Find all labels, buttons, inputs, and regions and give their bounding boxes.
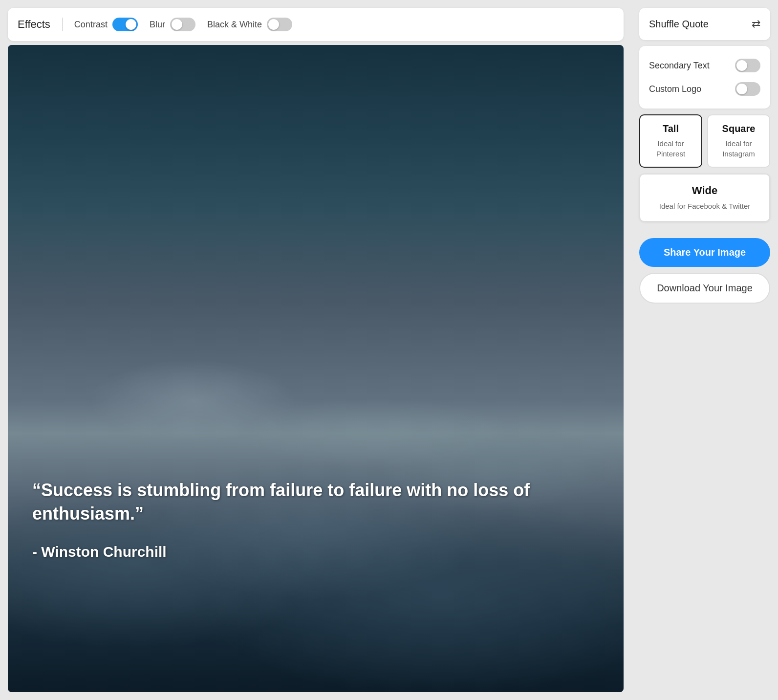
effects-label: Effects [18,18,50,31]
effects-bar: Effects Contrast Blur Black & White [8,8,624,41]
bw-group: Black & White [207,18,292,31]
author-text: - Winston Churchill [32,544,167,560]
contrast-toggle[interactable] [112,18,138,31]
bw-track [267,18,292,31]
custom-logo-label: Custom Logo [649,84,701,94]
contrast-label: Contrast [74,20,108,30]
blur-label: Blur [150,20,165,30]
secondary-text-track [735,59,760,72]
format-tall-title: Tall [645,123,696,134]
secondary-text-row: Secondary Text [649,56,760,75]
share-button[interactable]: Share Your Image [639,238,770,267]
bw-toggle[interactable] [267,18,292,31]
shuffle-card: Shuffle Quote ⇄ [639,8,770,40]
format-wide[interactable]: Wide Ideal for Facebook & Twitter [639,174,770,222]
contrast-thumb [126,19,136,30]
format-tall[interactable]: Tall Ideal for Pinterest [639,114,702,168]
secondary-text-toggle[interactable] [735,59,760,72]
custom-logo-toggle[interactable] [735,82,760,96]
shuffle-icon[interactable]: ⇄ [752,18,760,30]
custom-logo-thumb [736,84,747,94]
image-canvas: “Success is stumbling from failure to fa… [8,45,624,692]
format-square-title: Square [713,123,764,134]
options-card: Secondary Text Custom Logo [639,46,770,109]
contrast-group: Contrast [74,18,138,31]
format-square[interactable]: Square Ideal for Instagram [707,114,770,168]
format-wide-subtitle: Ideal for Facebook & Twitter [659,202,750,210]
custom-logo-row: Custom Logo [649,79,760,99]
secondary-text-thumb [736,60,747,71]
blur-track [170,18,195,31]
custom-logo-track [735,82,760,96]
bw-label: Black & White [207,20,262,30]
shuffle-row: Shuffle Quote ⇄ [649,18,760,30]
blur-thumb [172,19,182,30]
dark-overlay [8,45,624,692]
right-panel: Shuffle Quote ⇄ Secondary Text Custom Lo… [631,0,778,700]
blur-toggle[interactable] [170,18,195,31]
bw-thumb [268,19,279,30]
format-wide-title: Wide [645,184,764,197]
format-tall-subtitle: Ideal for Pinterest [656,139,685,158]
format-grid: Tall Ideal for Pinterest Square Ideal fo… [639,114,770,168]
effects-divider [62,18,63,31]
quote-text: “Success is stumbling from failure to fa… [32,479,599,526]
left-panel: Effects Contrast Blur Black & White [0,0,631,700]
secondary-text-label: Secondary Text [649,61,710,71]
separator-1 [639,230,770,230]
format-square-subtitle: Ideal for Instagram [722,139,755,158]
contrast-track [112,18,138,31]
download-button[interactable]: Download Your Image [639,273,770,304]
shuffle-label: Shuffle Quote [649,19,709,30]
blur-group: Blur [150,18,195,31]
